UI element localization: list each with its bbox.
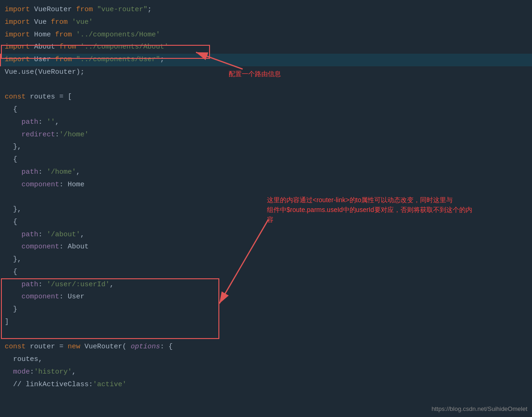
code-line: import User from "../components/User"; — [0, 54, 532, 66]
annotation-bottom: 这里的内容通过<router-link>的to属性可以动态改变，同时这里与 组件… — [267, 195, 472, 225]
code-line: const router = new VueRouter( options: { — [0, 341, 532, 353]
code-line: { — [0, 154, 532, 166]
code-line: }, — [0, 254, 532, 266]
code-line: redirect:'/home' — [0, 129, 532, 141]
code-line: { — [0, 266, 532, 279]
code-line: component: User — [0, 291, 532, 304]
code-line: routes, — [0, 353, 532, 366]
code-line: import About from '../components/About' — [0, 41, 532, 54]
code-line — [0, 329, 532, 341]
code-line: // linkActiveClass:'active' — [0, 379, 532, 391]
code-line: path: '/about', — [0, 229, 532, 241]
code-line: { — [0, 104, 532, 116]
code-line: import VueRouter from "vue-router"; — [0, 4, 532, 16]
code-line: import Vue from 'vue' — [0, 16, 532, 29]
code-line: } — [0, 304, 532, 316]
code-line: component: Home — [0, 179, 532, 191]
code-line — [0, 79, 532, 92]
code-line: import Home from '../components/Home' — [0, 29, 532, 42]
code-line: mode:'history', — [0, 366, 532, 379]
code-line: ] — [0, 316, 532, 329]
annotation-top: 配置一个路由信息 — [229, 69, 281, 79]
code-line: path: '/user/:userId', — [0, 279, 532, 291]
code-line: }, — [0, 141, 532, 154]
code-line: path: '', — [0, 116, 532, 129]
watermark: https://blog.csdn.net/SuihideOmelet — [432, 405, 527, 412]
code-line: component: About — [0, 241, 532, 254]
code-line: const routes = [ — [0, 91, 532, 104]
code-line: path: '/home', — [0, 166, 532, 179]
